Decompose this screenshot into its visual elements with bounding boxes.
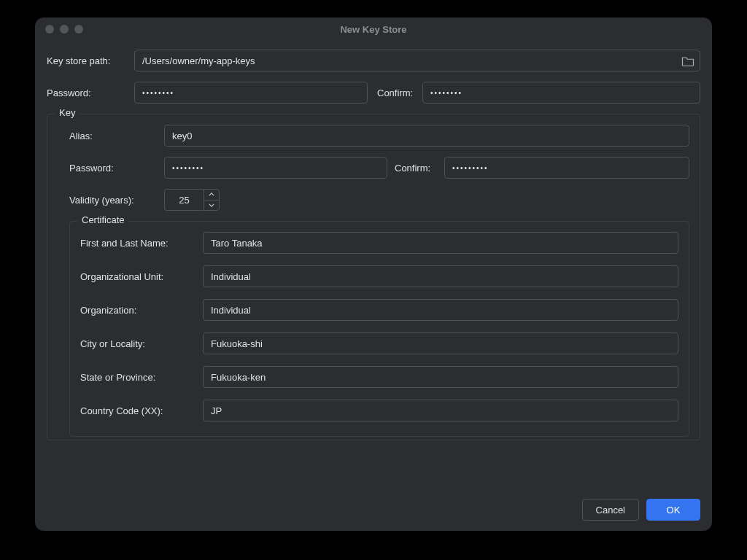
cert-city-input[interactable] <box>203 332 678 354</box>
dialog-title: New Key Store <box>35 24 712 35</box>
keystore-path-input[interactable] <box>134 50 700 71</box>
cert-country-label: Country Code (XX): <box>80 405 196 416</box>
cert-city-label: City or Locality: <box>80 338 196 349</box>
cert-org-label: Organization: <box>80 305 196 316</box>
titlebar: New Key Store <box>35 18 712 41</box>
new-keystore-dialog: New Key Store Key store path: Password: <box>35 18 712 531</box>
validity-decrement-button[interactable] <box>204 201 219 211</box>
cert-name-label: First and Last Name: <box>80 238 196 249</box>
keystore-password-input[interactable] <box>134 82 368 104</box>
zoom-window-button[interactable] <box>74 25 83 34</box>
ok-button[interactable]: OK <box>646 499 700 521</box>
cancel-button[interactable]: Cancel <box>582 499 639 521</box>
certificate-legend: Certificate <box>77 214 129 225</box>
key-password-input[interactable] <box>164 157 387 179</box>
certificate-section: Certificate First and Last Name: Organiz… <box>69 221 689 437</box>
key-confirm-label: Confirm: <box>395 163 437 174</box>
key-section-legend: Key <box>55 107 80 118</box>
cert-ou-label: Organizational Unit: <box>80 271 196 282</box>
cert-ou-input[interactable] <box>203 265 678 287</box>
close-window-button[interactable] <box>45 25 54 34</box>
key-alias-input[interactable] <box>164 125 689 147</box>
window-controls <box>45 25 83 34</box>
key-alias-label: Alias: <box>69 131 157 141</box>
cert-state-label: State or Province: <box>80 372 196 383</box>
validity-input[interactable] <box>164 189 204 211</box>
keystore-path-label: Key store path: <box>47 55 127 66</box>
minimize-window-button[interactable] <box>60 25 69 34</box>
browse-folder-icon[interactable] <box>681 55 694 66</box>
cert-country-input[interactable] <box>203 400 678 421</box>
key-confirm-input[interactable] <box>444 157 689 179</box>
keystore-confirm-input[interactable] <box>422 82 700 104</box>
cert-org-input[interactable] <box>203 299 678 321</box>
cert-name-input[interactable] <box>203 232 678 254</box>
validity-label: Validity (years): <box>69 195 157 206</box>
validity-stepper <box>164 189 220 211</box>
cert-state-input[interactable] <box>203 366 678 388</box>
keystore-password-label: Password: <box>47 88 127 98</box>
key-password-label: Password: <box>69 163 157 174</box>
key-section: Key Alias: Password: Confirm: <box>47 114 700 440</box>
validity-increment-button[interactable] <box>204 190 219 201</box>
keystore-confirm-label: Confirm: <box>377 88 415 98</box>
